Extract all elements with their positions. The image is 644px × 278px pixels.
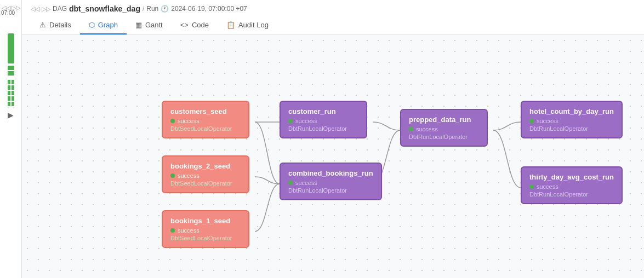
timeline-bar-sm	[8, 71, 14, 76]
timeline-mini-bar	[12, 96, 14, 101]
status-dot-bookings_1_seed	[170, 228, 175, 233]
breadcrumb-dag-name[interactable]: dbt_snowflake_dag	[69, 4, 140, 13]
status-text-bookings_2_seed: success	[178, 172, 200, 179]
edge-customer_run-prepped_data_run	[373, 122, 400, 130]
code-icon: <>	[180, 21, 189, 29]
status-text-combined_bookings_run: success	[295, 179, 317, 186]
status-text-customers_seed: success	[178, 118, 200, 124]
status-text-prepped_data_run: success	[416, 126, 438, 132]
header: ◁◁ ▷▷ DAG dbt_snowflake_dag / Run 🕐 2024…	[22, 0, 644, 35]
node-title-bookings_1_seed: bookings_1_seed	[170, 217, 241, 225]
node-status-thirty_day_avg_cost_run: success	[529, 183, 614, 190]
dag-node-hotel_count_by_day_run[interactable]: hotel_count_by_day_run success DbtRunLoc…	[521, 101, 623, 138]
timeline-mini-bar	[8, 102, 10, 106]
graph-icon: ⬡	[89, 21, 95, 29]
breadcrumb-back[interactable]: ◁◁	[31, 5, 39, 13]
node-title-customer_run: customer_run	[288, 107, 358, 115]
node-status-bookings_1_seed: success	[170, 227, 241, 234]
node-status-combined_bookings_run: success	[288, 179, 373, 186]
node-operator-thirty_day_avg_cost_run: DbtRunLocalOperator	[529, 191, 614, 198]
breadcrumb-run-datetime: 🕐 2024-06-19, 07:00:00 +07	[161, 5, 247, 13]
sidebar-time: 07:00	[1, 10, 15, 16]
status-text-bookings_1_seed: success	[178, 227, 200, 234]
breadcrumb-run-label: Run	[146, 5, 158, 13]
timeline-mini-bar	[8, 80, 10, 84]
node-operator-combined_bookings_run: DbtRunLocalOperator	[288, 187, 373, 194]
tab-gantt[interactable]: ▦ Gantt	[127, 16, 172, 34]
tab-graph[interactable]: ⬡ Graph	[80, 16, 127, 34]
dag-node-bookings_2_seed[interactable]: bookings_2_seed success DbtSeedLocalOper…	[162, 155, 249, 193]
dag-node-bookings_1_seed[interactable]: bookings_1_seed success DbtSeedLocalOper…	[162, 210, 249, 248]
timeline-bar-tall	[8, 33, 14, 63]
edge-prepped_data_run-hotel_count_by_day_run	[493, 122, 521, 130]
status-text-hotel_count_by_day_run: success	[537, 118, 558, 124]
node-status-prepped_data_run: success	[409, 126, 479, 132]
sidebar-expand-arrow[interactable]: ▶	[8, 111, 14, 119]
timeline-mini-bar	[8, 85, 10, 90]
clock-icon: 🕐	[161, 5, 169, 13]
dag-node-combined_bookings_run[interactable]: combined_bookings_run success DbtRunLoca…	[280, 163, 382, 200]
breadcrumb-dag-label: DAG	[53, 5, 67, 13]
timeline-mini-bar	[8, 96, 10, 101]
status-dot-combined_bookings_run	[288, 181, 293, 185]
status-dot-customers_seed	[170, 119, 175, 123]
node-status-bookings_2_seed: success	[170, 172, 241, 179]
details-icon: ⚠	[39, 21, 46, 29]
edge-prepped_data_run-thirty_day_avg_cost_run	[493, 130, 521, 188]
breadcrumb: ◁◁ ▷▷ DAG dbt_snowflake_dag / Run 🕐 2024…	[31, 4, 635, 13]
breadcrumb-separator: /	[143, 5, 144, 13]
timeline-mini-bar	[8, 91, 10, 95]
node-operator-customer_run: DbtRunLocalOperator	[288, 125, 358, 132]
node-operator-hotel_count_by_day_run: DbtRunLocalOperator	[529, 125, 614, 132]
status-dot-prepped_data_run	[409, 127, 413, 131]
dag-node-thirty_day_avg_cost_run[interactable]: thirty_day_avg_cost_run success DbtRunLo…	[521, 166, 623, 204]
node-status-hotel_count_by_day_run: success	[529, 118, 614, 124]
timeline-mini-bar	[12, 102, 14, 106]
breadcrumb-forward[interactable]: ▷▷	[42, 5, 50, 13]
node-operator-customers_seed: DbtSeedLocalOperator	[170, 125, 241, 132]
node-operator-bookings_2_seed: DbtSeedLocalOperator	[170, 180, 241, 187]
edge-customers_seed-combined_bookings_run	[255, 122, 280, 184]
status-text-thirty_day_avg_cost_run: success	[537, 183, 558, 190]
timeline-mini-bar	[12, 91, 14, 95]
node-title-thirty_day_avg_cost_run: thirty_day_avg_cost_run	[529, 173, 614, 181]
dag-connections-svg	[22, 35, 644, 278]
audit-icon: 📋	[226, 21, 235, 29]
node-title-hotel_count_by_day_run: hotel_count_by_day_run	[529, 107, 614, 115]
node-title-bookings_2_seed: bookings_2_seed	[170, 162, 241, 170]
status-text-customer_run: success	[295, 118, 317, 124]
node-status-customer_run: success	[288, 118, 358, 124]
main-panel: ◁◁ ▷▷ DAG dbt_snowflake_dag / Run 🕐 2024…	[22, 0, 644, 278]
status-dot-bookings_2_seed	[170, 173, 175, 178]
dag-graph-area[interactable]: customers_seed success DbtSeedLocalOpera…	[22, 35, 644, 278]
timeline-mini-bar	[12, 85, 14, 90]
timeline-mini-bar	[12, 80, 14, 84]
dag-node-customer_run[interactable]: customer_run success DbtRunLocalOperator	[280, 101, 367, 138]
status-dot-customer_run	[288, 119, 293, 123]
node-title-prepped_data_run: prepped_data_run	[409, 115, 479, 124]
dag-node-customers_seed[interactable]: customers_seed success DbtSeedLocalOpera…	[162, 101, 249, 138]
edge-bookings_2_seed-combined_bookings_run	[255, 177, 280, 184]
node-status-customers_seed: success	[170, 118, 241, 124]
node-title-customers_seed: customers_seed	[170, 107, 241, 115]
status-dot-thirty_day_avg_cost_run	[529, 184, 534, 189]
node-operator-prepped_data_run: DbtRunLocalOperator	[409, 134, 479, 140]
tab-audit-log[interactable]: 📋 Audit Log	[218, 16, 277, 34]
gantt-icon: ▦	[135, 21, 142, 29]
status-dot-hotel_count_by_day_run	[529, 119, 534, 123]
sidebar: 07:00 ◁◁ ▷▷	[0, 0, 22, 278]
tabs-bar: ⚠ Details ⬡ Graph ▦ Gantt <> Code 📋 A	[31, 16, 635, 34]
node-title-combined_bookings_run: combined_bookings_run	[288, 169, 373, 177]
edge-bookings_1_seed-combined_bookings_run	[255, 184, 280, 231]
timeline-bar-sm	[8, 66, 14, 70]
dag-node-prepped_data_run[interactable]: prepped_data_run success DbtRunLocalOper…	[400, 109, 488, 147]
tab-code[interactable]: <> Code	[172, 16, 218, 34]
tab-details[interactable]: ⚠ Details	[31, 16, 80, 34]
node-operator-bookings_1_seed: DbtSeedLocalOperator	[170, 235, 241, 241]
